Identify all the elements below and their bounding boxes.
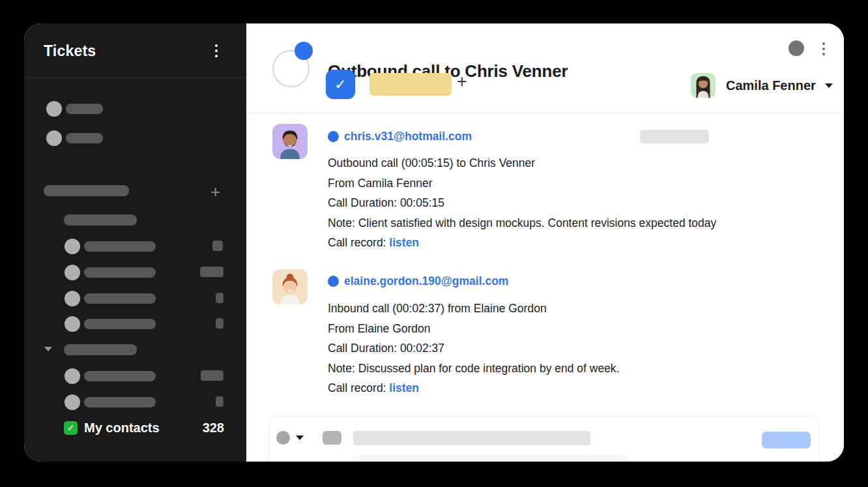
call-record-label: Call record: (328, 381, 389, 394)
sidebar: Tickets + (24, 23, 246, 462)
listen-link[interactable]: listen (389, 236, 419, 249)
skeleton-avatar (65, 368, 80, 384)
assignee-caret-down-icon (825, 83, 833, 88)
avatar-chris-venner (272, 124, 308, 159)
compose-caret-down-icon[interactable] (296, 435, 304, 440)
compose-subject-placeholder[interactable] (353, 431, 590, 445)
assignee-selector[interactable]: Camila Fenner (691, 73, 833, 98)
skeleton-avatar (65, 265, 80, 280)
main-panel: Outbound call to Chris Venner ✓ + Camila… (246, 23, 844, 462)
timestamp-placeholder (640, 130, 709, 143)
compose-sender-avatar[interactable] (276, 431, 290, 445)
contact-email-link[interactable]: elaine.gordon.190@gmail.com (344, 274, 508, 288)
desktop-background: Tickets + (0, 0, 868, 487)
skeleton-count-badge (212, 241, 223, 251)
skeleton-label (84, 267, 156, 278)
call-note-line: Note: Discussed plan for code integratio… (328, 359, 830, 379)
call-record-line: Call record: listen (328, 233, 830, 253)
header-action-icon[interactable] (788, 40, 804, 56)
skeleton-label (66, 133, 103, 143)
skeleton-avatar (46, 130, 62, 146)
done-checkbox-button[interactable]: ✓ (326, 70, 355, 99)
call-log-entry: Inbound call (00:02:37) from Elaine Gord… (328, 299, 830, 398)
skeleton-subsection-header (64, 214, 137, 226)
skeleton-label (84, 397, 156, 407)
send-button[interactable] (762, 432, 811, 449)
avatar-camila-fenner (691, 73, 716, 98)
call-duration-line: Call Duration: 00:05:15 (328, 193, 830, 213)
skeleton-avatar (65, 239, 80, 254)
skeleton-count-badge (216, 293, 224, 303)
add-label-icon[interactable]: + (457, 72, 467, 92)
compose-box (268, 416, 819, 462)
skeleton-count-badge (216, 318, 224, 329)
chevron-down-icon[interactable] (44, 347, 52, 351)
sidebar-kebab-menu-icon[interactable] (215, 44, 218, 57)
call-summary-line: Outbound call (00:05:15) to Chris Venner (328, 153, 830, 173)
check-icon: ✓ (334, 76, 346, 93)
call-note-line: Note: Client satisfied with design mocku… (328, 213, 830, 233)
unread-dot (328, 276, 339, 287)
label-tag[interactable] (369, 73, 452, 96)
compose-type-chip[interactable] (323, 431, 341, 445)
call-from-line: From Camila Fenner (328, 173, 830, 194)
assignee-name: Camila Fenner (726, 78, 816, 93)
call-record-line: Call record: listen (328, 378, 830, 398)
call-duration-line: Call Duration: 00:02:37 (328, 338, 830, 359)
record-status-dot (295, 42, 313, 60)
skeleton-label (84, 319, 156, 329)
header-divider (246, 113, 844, 113)
contact-email-link[interactable]: chris.v31@hotmail.com (344, 130, 472, 143)
skeleton-label (84, 371, 156, 381)
skeleton-avatar (65, 316, 80, 332)
listen-link[interactable]: listen (389, 381, 419, 394)
call-record-label: Call record: (328, 236, 389, 249)
unread-dot (328, 131, 339, 142)
crm-app-window: Tickets + (24, 23, 844, 462)
skeleton-label (84, 293, 156, 304)
skeleton-count-badge (201, 370, 224, 381)
my-contacts-count: 328 (64, 421, 224, 435)
sidebar-add-icon[interactable]: + (210, 183, 220, 200)
compose-body-placeholder[interactable] (353, 455, 628, 462)
call-summary-line: Inbound call (00:02:37) from Elaine Gord… (328, 299, 830, 319)
call-log-entry: Outbound call (00:05:15) to Chris Venner… (328, 153, 830, 253)
skeleton-label (84, 241, 156, 252)
skeleton-count-badge (216, 396, 224, 407)
call-from-line: From Elaine Gordon (328, 319, 830, 339)
skeleton-label (66, 104, 103, 114)
sidebar-divider (24, 77, 246, 78)
skeleton-avatar (65, 291, 80, 306)
skeleton-avatar (65, 394, 80, 410)
skeleton-section-header (44, 185, 129, 196)
avatar-elaine-gordon (272, 269, 308, 304)
sidebar-title: Tickets (44, 42, 96, 60)
header-kebab-menu-icon[interactable] (822, 42, 825, 55)
skeleton-avatar (46, 101, 62, 117)
skeleton-group-header (64, 344, 137, 355)
skeleton-count-badge (200, 267, 224, 277)
